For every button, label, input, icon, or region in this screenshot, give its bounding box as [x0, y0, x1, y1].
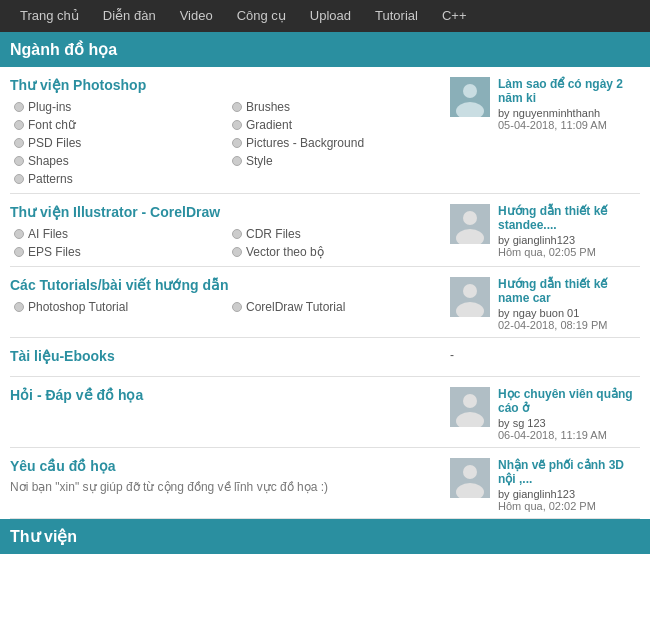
post-title-tutorials[interactable]: Hướng dẫn thiết kế name car	[498, 277, 640, 305]
category-right-yeu-cau: Nhận vẽ phối cảnh 3D nội ,... by giangli…	[440, 458, 640, 512]
post-by-hoi-dap: by sg 123	[498, 417, 640, 429]
nav-item-cong-cu[interactable]: Công cụ	[225, 0, 298, 32]
post-info-hoi-dap: Học chuyên viên quảng cáo ở by sg 123 06…	[498, 387, 640, 441]
category-left-illustrator: Thư viện Illustrator - CorelDraw AI File…	[10, 204, 440, 260]
post-date-tutorials: 02-04-2018, 08:19 PM	[498, 319, 640, 331]
subcat-brushes[interactable]: Brushes	[232, 99, 440, 115]
post-date-illustrator: Hôm qua, 02:05 PM	[498, 246, 640, 258]
post-by-tutorials: by ngay buon 01	[498, 307, 640, 319]
category-right-illustrator: Hướng dẫn thiết kế standee.... by giangl…	[440, 204, 640, 258]
category-right-ebooks: -	[440, 348, 640, 362]
subcats-tutorials: Photoshop Tutorial CorelDraw Tutorial	[10, 299, 440, 315]
post-date-photoshop: 05-04-2018, 11:09 AM	[498, 119, 640, 131]
category-block-yeu-cau: Yêu cầu đồ họa Nơi bạn "xin" sự giúp đỡ …	[10, 448, 640, 519]
category-container: Thư viện Photoshop Plug-ins Brushes Font…	[0, 67, 650, 519]
category-title-illustrator[interactable]: Thư viện Illustrator - CorelDraw	[10, 204, 440, 220]
post-date-hoi-dap: 06-04-2018, 11:19 AM	[498, 429, 640, 441]
category-desc-yeu-cau: Nơi bạn "xin" sự giúp đỡ từ cộng đồng về…	[10, 480, 440, 494]
svg-point-4	[463, 211, 477, 225]
category-title-photoshop[interactable]: Thư viện Photoshop	[10, 77, 440, 93]
svg-point-1	[463, 84, 477, 98]
category-title-hoi-dap[interactable]: Hỏi - Đáp về đồ họa	[10, 387, 440, 403]
post-title-illustrator[interactable]: Hướng dẫn thiết kế standee....	[498, 204, 640, 232]
category-left-hoi-dap: Hỏi - Đáp về đồ họa	[10, 387, 440, 409]
post-info-yeu-cau: Nhận vẽ phối cảnh 3D nội ,... by giangli…	[498, 458, 640, 512]
svg-point-7	[463, 284, 477, 298]
subcat-pictures-background[interactable]: Pictures - Background	[232, 135, 440, 151]
post-info-tutorials: Hướng dẫn thiết kế name car by ngay buon…	[498, 277, 640, 331]
subcat-ai-files[interactable]: AI Files	[14, 226, 222, 242]
subcat-plug-ins[interactable]: Plug-ins	[14, 99, 222, 115]
avatar-illustrator	[450, 204, 490, 244]
subcat-cdr-files[interactable]: CDR Files	[232, 226, 440, 242]
svg-point-10	[463, 394, 477, 408]
category-right-hoi-dap: Học chuyên viên quảng cáo ở by sg 123 06…	[440, 387, 640, 441]
category-left-photoshop: Thư viện Photoshop Plug-ins Brushes Font…	[10, 77, 440, 187]
subcat-psd-files[interactable]: PSD Files	[14, 135, 222, 151]
category-block-ebooks: Tài liệu-Ebooks -	[10, 338, 640, 377]
subcat-style[interactable]: Style	[232, 153, 440, 169]
post-info-photoshop: Làm sao để có ngày 2 năm ki by nguyenmin…	[498, 77, 640, 131]
avatar-yeu-cau	[450, 458, 490, 498]
category-block-hoi-dap: Hỏi - Đáp về đồ họa Học chuyên viên quản…	[10, 377, 640, 448]
category-right-tutorials: Hướng dẫn thiết kế name car by ngay buon…	[440, 277, 640, 331]
section-header-nganh-do-hoa: Ngành đồ họa	[0, 32, 650, 67]
subcat-eps-files[interactable]: EPS Files	[14, 244, 222, 260]
nav-bar: Trang chủ Diễn đàn Video Công cụ Upload …	[0, 0, 650, 32]
avatar-photoshop	[450, 77, 490, 117]
nav-item-tutorial[interactable]: Tutorial	[363, 0, 430, 32]
post-info-illustrator: Hướng dẫn thiết kế standee.... by giangl…	[498, 204, 640, 258]
avatar-hoi-dap	[450, 387, 490, 427]
category-title-ebooks[interactable]: Tài liệu-Ebooks	[10, 348, 440, 364]
subcat-font-chu[interactable]: Font chữ	[14, 117, 222, 133]
category-left-tutorials: Các Tutorials/bài viết hướng dẫn Photosh…	[10, 277, 440, 315]
post-title-photoshop[interactable]: Làm sao để có ngày 2 năm ki	[498, 77, 640, 105]
subcat-shapes[interactable]: Shapes	[14, 153, 222, 169]
post-by-illustrator: by gianglinh123	[498, 234, 640, 246]
svg-point-13	[463, 465, 477, 479]
nav-item-video[interactable]: Video	[168, 0, 225, 32]
post-by-yeu-cau: by gianglinh123	[498, 488, 640, 500]
category-title-yeu-cau[interactable]: Yêu cầu đồ họa	[10, 458, 440, 474]
subcat-coreldraw-tutorial[interactable]: CorelDraw Tutorial	[232, 299, 440, 315]
subcat-vector-theo-bo[interactable]: Vector theo bộ	[232, 244, 440, 260]
nav-item-cpp[interactable]: C++	[430, 0, 479, 32]
post-date-yeu-cau: Hôm qua, 02:02 PM	[498, 500, 640, 512]
section-header-thu-vien: Thư viện	[0, 519, 650, 554]
avatar-tutorials	[450, 277, 490, 317]
category-block-tutorials: Các Tutorials/bài viết hướng dẫn Photosh…	[10, 267, 640, 338]
subcats-photoshop: Plug-ins Brushes Font chữ Gradient PSD F…	[10, 99, 440, 187]
post-title-yeu-cau[interactable]: Nhận vẽ phối cảnh 3D nội ,...	[498, 458, 640, 486]
nav-item-dien-dan[interactable]: Diễn đàn	[91, 0, 168, 32]
category-block-illustrator: Thư viện Illustrator - CorelDraw AI File…	[10, 194, 640, 267]
category-title-tutorials[interactable]: Các Tutorials/bài viết hướng dẫn	[10, 277, 440, 293]
subcats-illustrator: AI Files CDR Files EPS Files Vector theo…	[10, 226, 440, 260]
category-block-photoshop: Thư viện Photoshop Plug-ins Brushes Font…	[10, 67, 640, 194]
category-left-ebooks: Tài liệu-Ebooks	[10, 348, 440, 370]
subcat-patterns[interactable]: Patterns	[14, 171, 222, 187]
subcat-gradient[interactable]: Gradient	[232, 117, 440, 133]
category-left-yeu-cau: Yêu cầu đồ họa Nơi bạn "xin" sự giúp đỡ …	[10, 458, 440, 494]
category-right-photoshop: Làm sao để có ngày 2 năm ki by nguyenmin…	[440, 77, 640, 131]
nav-item-upload[interactable]: Upload	[298, 0, 363, 32]
subcat-photoshop-tutorial[interactable]: Photoshop Tutorial	[14, 299, 222, 315]
post-title-hoi-dap[interactable]: Học chuyên viên quảng cáo ở	[498, 387, 640, 415]
post-by-photoshop: by nguyenminhthanh	[498, 107, 640, 119]
nav-item-trang-chu[interactable]: Trang chủ	[8, 0, 91, 32]
